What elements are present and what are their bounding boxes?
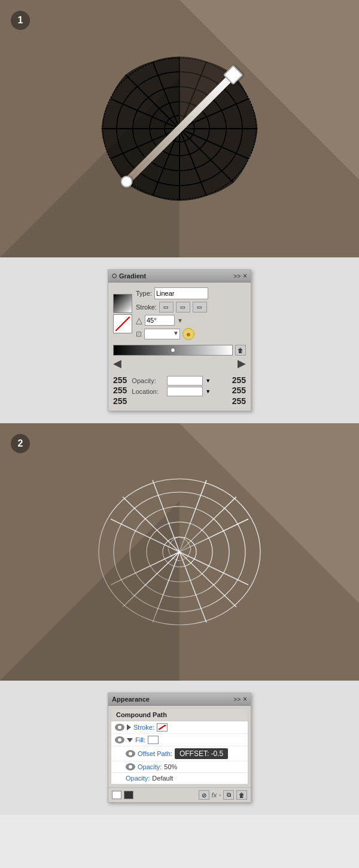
type-dropdown[interactable]: Linear Radial (154, 287, 208, 299)
svg-line-26 (180, 497, 236, 552)
gradient-panel-content: Type: Linear Radial Stroke: ▭ ▭ ▭ (108, 283, 251, 411)
visibility-btn[interactable]: ⊘ (199, 790, 209, 800)
appearance-controls: >> × (233, 695, 247, 703)
location-input[interactable] (167, 387, 203, 396)
stroke-swatch[interactable] (157, 723, 168, 732)
opacity1-eye[interactable] (126, 763, 135, 770)
appearance-title: Appearance (112, 696, 150, 703)
appearance-content: Compound Path Stroke: Fill: Offset Path: (111, 708, 248, 785)
svg-line-32 (123, 497, 180, 552)
stroke-btn2[interactable]: ▭ (176, 302, 190, 312)
opacity-location: Opacity: ▼ Location: ▼ (127, 376, 232, 406)
rgb-right: 255 255 255 (232, 376, 246, 406)
svg-line-28 (180, 552, 236, 607)
gradient-preview (113, 294, 132, 313)
svg-line-30 (123, 552, 180, 607)
footer-swatch-empty[interactable] (112, 791, 121, 799)
opacity-arrow[interactable]: ▼ (205, 378, 211, 384)
aspect-wrapper: ▼ (144, 329, 180, 339)
type-select-wrapper[interactable]: Linear Radial (154, 287, 208, 299)
rgb-section: 255 255 255 Opacity: ▼ Location: ▼ (113, 376, 246, 406)
opacity-row: Opacity: ▼ (132, 376, 227, 386)
none-swatch (113, 314, 132, 333)
step-badge-1: 1 (11, 11, 30, 30)
section2-canvas: 2 (0, 423, 359, 681)
stop-left-indicator[interactable]: ◀ (113, 357, 121, 370)
angle-dropdown-arrow[interactable]: ▼ (177, 317, 183, 324)
stroke-btn1[interactable]: ▭ (159, 302, 174, 312)
angle-arrow-wrapper: ▼ (177, 316, 183, 324)
angle-icon: △ (136, 315, 142, 325)
stop-right-indicator[interactable]: ▶ (238, 357, 246, 370)
delete-btn[interactable]: 🗑 (236, 790, 247, 800)
delete-stop-btn[interactable]: 🗑 (235, 345, 246, 356)
gradient-bar-section: 🗑 ◀ ▶ (113, 345, 246, 370)
fill-row: Fill: (111, 734, 248, 746)
footer-swatch-fill[interactable] (124, 791, 133, 799)
fill-expand[interactable] (127, 738, 133, 742)
appearance-panel: Appearance >> × Compound Path Stroke: (108, 693, 251, 803)
appearance-footer: ⊘ fx ◦ ⧉ 🗑 (108, 787, 251, 802)
offset-eye[interactable] (126, 750, 135, 757)
swatches-col (113, 294, 132, 333)
gradient-panel-title: ⬡ Gradient (112, 272, 146, 280)
subscript-icon: ◦ (219, 793, 221, 798)
location-row: Location: ▼ (132, 387, 227, 396)
gradient-panel-titlebar: ⬡ Gradient >> × (108, 270, 251, 283)
aspect-icons: ⊡ (136, 330, 142, 338)
section1-canvas: 1 (0, 0, 359, 257)
gradient-midpoint[interactable] (171, 348, 175, 353)
gradient-panel-area: ⬡ Gradient >> × Type: (0, 257, 359, 423)
location-arrow[interactable]: ▼ (205, 389, 211, 394)
compound-path-header: Compound Path (111, 709, 248, 721)
stroke-expand[interactable] (127, 724, 131, 730)
step-badge-2: 2 (11, 434, 30, 453)
fill-eye[interactable] (115, 736, 124, 743)
spiderweb2-svg (84, 462, 275, 642)
stroke-btn3[interactable]: ▭ (193, 302, 207, 312)
offset-path-row: Offset Path: OFFSET: -0.5 (111, 746, 248, 761)
opacity1-row: Opacity: 50% (111, 761, 248, 773)
fill-swatch[interactable] (148, 736, 159, 744)
stroke-eye[interactable] (115, 724, 124, 731)
angle-input[interactable] (145, 315, 175, 326)
gradient-bar[interactable] (113, 345, 233, 356)
opacity2-row: Opacity: Default (111, 773, 248, 784)
gradient-panel: ⬡ Gradient >> × Type: (108, 269, 251, 411)
type-controls: Type: Linear Radial Stroke: ▭ ▭ ▭ (136, 287, 246, 340)
stroke-row: Stroke: (111, 721, 248, 734)
offset-badge: OFFSET: -0.5 (175, 748, 228, 759)
link-icon[interactable]: ● (182, 328, 194, 340)
aspect-arrow: ▼ (173, 330, 179, 336)
panel-controls: >> × (233, 272, 247, 280)
rgb-left: 255 255 255 (113, 376, 127, 406)
fx-btn[interactable]: fx (212, 791, 217, 799)
duplicate-btn[interactable]: ⧉ (223, 790, 234, 800)
type-row: Type: Linear Radial Stroke: ▭ ▭ ▭ (113, 287, 246, 340)
opacity-input[interactable] (167, 376, 203, 386)
appearance-titlebar: Appearance >> × (108, 693, 251, 706)
appearance-panel-area: Appearance >> × Compound Path Stroke: (0, 681, 359, 815)
